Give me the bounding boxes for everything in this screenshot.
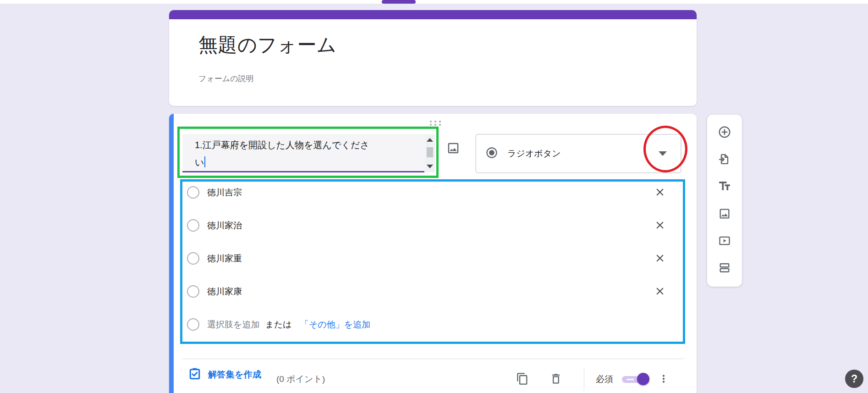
add-question-button[interactable]	[715, 123, 734, 142]
import-questions-icon	[718, 153, 731, 167]
scroll-down-icon[interactable]	[427, 165, 433, 168]
clipboard-check-icon	[188, 366, 202, 382]
option-label[interactable]: 徳川家重	[207, 253, 242, 265]
remove-option-button[interactable]	[653, 218, 667, 233]
question-text-line1: 1.江戸幕府を開設した人物を選んでくださ	[195, 139, 369, 151]
remove-option-button[interactable]	[653, 284, 667, 299]
theme-header-bar	[169, 10, 697, 19]
add-title-icon	[718, 179, 731, 194]
add-question-icon	[718, 125, 731, 140]
close-icon	[654, 186, 666, 199]
add-section-icon	[718, 261, 731, 276]
add-image-to-question-button[interactable]	[442, 138, 464, 160]
radio-circle-icon	[187, 318, 199, 331]
radio-circle-icon	[187, 219, 199, 232]
footer-divider	[182, 359, 685, 359]
required-label: 必須	[596, 373, 613, 385]
text-cursor	[204, 156, 205, 167]
add-section-button[interactable]	[715, 260, 734, 278]
remove-option-button[interactable]	[653, 251, 667, 266]
top-app-bar-sliver	[0, 0, 868, 4]
radio-circle-icon	[187, 285, 199, 298]
option-label[interactable]: 徳川吉宗	[207, 187, 242, 199]
scroll-up-icon[interactable]	[427, 138, 433, 142]
more-options-button[interactable]	[653, 368, 675, 390]
close-icon	[654, 252, 666, 266]
more-vert-icon	[658, 373, 670, 386]
points-label: (0 ポイント)	[276, 373, 325, 385]
textarea-scrollbar[interactable]	[425, 135, 434, 171]
remove-option-button[interactable]	[653, 185, 667, 200]
duplicate-question-button[interactable]	[511, 368, 533, 390]
purple-tab-sliver	[382, 0, 416, 4]
google-forms-editor: 無題のフォーム フォームの説明 1.江戸幕府を開設した人物を選んでくださ い	[0, 0, 868, 393]
image-icon	[446, 141, 460, 156]
add-video-button[interactable]	[715, 232, 734, 251]
question-toolbar	[707, 115, 742, 287]
option-row[interactable]: 徳川家康	[182, 282, 683, 301]
radio-circle-icon	[187, 252, 199, 265]
option-row[interactable]: 徳川家治	[182, 216, 683, 235]
drag-handle-icon[interactable]	[429, 120, 442, 127]
add-option-row[interactable]: 選択肢を追加または「その他」を追加	[182, 316, 683, 334]
question-type-label: ラジオボタン	[507, 148, 561, 160]
question-type-select[interactable]: ラジオボタン	[475, 134, 681, 173]
question-text-input[interactable]: 1.江戸幕府を開設した人物を選んでくださ い	[182, 134, 435, 172]
form-description-input[interactable]: フォームの説明	[198, 73, 254, 84]
selected-card-indicator	[169, 114, 174, 393]
delete-question-button[interactable]	[545, 368, 567, 390]
close-icon	[654, 219, 666, 232]
help-button[interactable]: ?	[845, 370, 863, 388]
add-title-button[interactable]	[715, 178, 734, 196]
chevron-down-icon[interactable]	[659, 151, 667, 156]
add-option-label[interactable]: 選択肢を追加または「その他」を追加	[207, 319, 370, 331]
trash-icon	[549, 372, 562, 387]
footer-vertical-divider	[584, 368, 584, 391]
question-mark-icon: ?	[851, 373, 857, 385]
focus-underline	[182, 171, 424, 172]
answer-key-button[interactable]: 解答集を作成	[188, 366, 261, 382]
option-row[interactable]: 徳川吉宗	[182, 183, 683, 202]
toggle-thumb[interactable]	[637, 373, 649, 385]
question-text-line2: い	[195, 156, 205, 169]
add-image-button[interactable]	[715, 205, 734, 223]
option-label[interactable]: 徳川家治	[207, 220, 242, 232]
option-row[interactable]: 徳川家重	[182, 249, 683, 268]
add-video-icon	[718, 234, 731, 249]
radio-circle-icon	[187, 186, 199, 199]
close-icon	[654, 285, 666, 299]
form-title-input[interactable]: 無題のフォーム	[198, 32, 336, 58]
toggle-track-dash	[626, 379, 634, 380]
add-image-icon	[718, 207, 731, 221]
required-toggle[interactable]	[622, 373, 650, 386]
option-label[interactable]: 徳川家康	[207, 286, 242, 298]
form-title-card[interactable]: 無題のフォーム フォームの説明	[169, 10, 697, 106]
import-questions-button[interactable]	[715, 150, 734, 169]
radio-button-icon	[485, 146, 498, 161]
answer-key-label: 解答集を作成	[208, 369, 261, 381]
add-other-link[interactable]: 「その他」を追加	[300, 320, 370, 329]
question-card[interactable]: 1.江戸幕府を開設した人物を選んでくださ い ラジオボタン	[169, 114, 697, 393]
scrollbar-thumb[interactable]	[427, 147, 433, 157]
copy-icon	[516, 372, 529, 387]
